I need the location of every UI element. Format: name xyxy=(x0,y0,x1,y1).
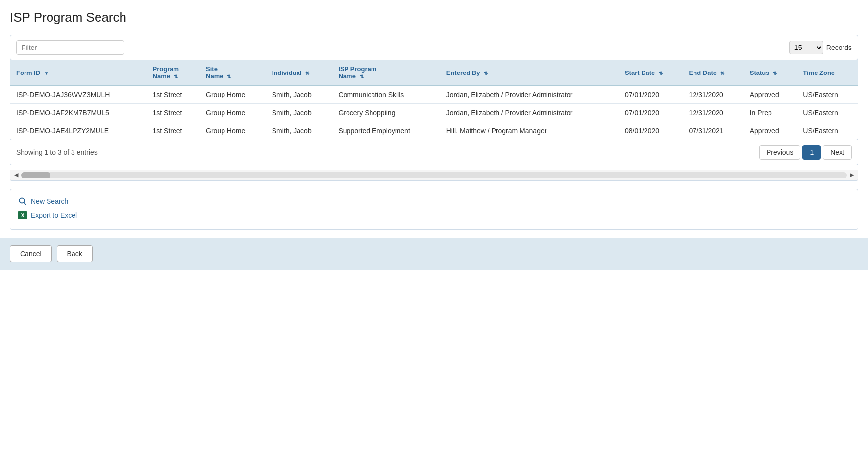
col-start-date[interactable]: Start Date ⇅ xyxy=(619,60,683,85)
table-cell-entered_by: Jordan, Elizabeth / Provider Administrat… xyxy=(441,85,619,104)
footer-bar: Cancel Back xyxy=(0,238,868,270)
sort-icon-individual: ⇅ xyxy=(305,71,309,76)
col-end-date[interactable]: End Date ⇅ xyxy=(683,60,744,85)
records-label: Records xyxy=(826,44,852,51)
export-excel-link[interactable]: X Export to Excel xyxy=(18,211,850,219)
scroll-left-arrow[interactable]: ◀ xyxy=(14,172,18,178)
table-cell-time_zone: US/Eastern xyxy=(797,104,858,122)
table-cell-individual: Smith, Jacob xyxy=(266,122,333,140)
table-cell-individual: Smith, Jacob xyxy=(266,85,333,104)
table-cell-form_id: ISP-DEMO-JAE4LPZY2MULE xyxy=(10,122,147,140)
table-cell-form_id: ISP-DEMO-JAF2KM7B7MUL5 xyxy=(10,104,147,122)
sort-icon-site-name: ⇅ xyxy=(227,74,231,79)
table-cell-program_name: 1st Street xyxy=(147,104,200,122)
cancel-button[interactable]: Cancel xyxy=(10,245,52,262)
col-form-id[interactable]: Form ID ▼ xyxy=(10,60,147,85)
table-cell-status: In Prep xyxy=(744,104,797,122)
new-search-link[interactable]: New Search xyxy=(18,197,850,206)
scroll-thumb[interactable] xyxy=(21,172,50,178)
table-cell-status: Approved xyxy=(744,122,797,140)
search-icon xyxy=(18,197,27,206)
table-cell-entered_by: Hill, Matthew / Program Manager xyxy=(441,122,619,140)
col-status[interactable]: Status ⇅ xyxy=(744,60,797,85)
table-cell-end_date: 12/31/2020 xyxy=(683,104,744,122)
page-1-button[interactable]: 1 xyxy=(802,145,821,160)
table-header-row: Form ID ▼ ProgramName ⇅ SiteName ⇅ Indiv… xyxy=(10,60,858,85)
page-title: ISP Program Search xyxy=(10,10,858,25)
col-program-name[interactable]: ProgramName ⇅ xyxy=(147,60,200,85)
table-row[interactable]: ISP-DEMO-JAF2KM7B7MUL51st StreetGroup Ho… xyxy=(10,104,858,122)
table-cell-end_date: 12/31/2020 xyxy=(683,85,744,104)
table-cell-site_name: Group Home xyxy=(200,104,266,122)
table-cell-start_date: 07/01/2020 xyxy=(619,85,683,104)
sort-icon-isp-program-name: ⇅ xyxy=(360,74,364,79)
table-row[interactable]: ISP-DEMO-JAE4LPZY2MULE1st StreetGroup Ho… xyxy=(10,122,858,140)
col-entered-by[interactable]: Entered By ⇅ xyxy=(441,60,619,85)
back-button[interactable]: Back xyxy=(57,245,93,262)
scroll-right-arrow[interactable]: ▶ xyxy=(850,172,854,178)
svg-line-1 xyxy=(24,203,26,205)
table-cell-isp_program_name: Communication Skills xyxy=(332,85,440,104)
table-cell-start_date: 07/01/2020 xyxy=(619,104,683,122)
table-cell-entered_by: Jordan, Elizabeth / Provider Administrat… xyxy=(441,104,619,122)
col-isp-program-name[interactable]: ISP ProgramName ⇅ xyxy=(332,60,440,85)
table-cell-isp_program_name: Supported Employment xyxy=(332,122,440,140)
table-cell-end_date: 07/31/2021 xyxy=(683,122,744,140)
previous-button[interactable]: Previous xyxy=(759,145,800,160)
table-row[interactable]: ISP-DEMO-JAJ36WVZ3MULH1st StreetGroup Ho… xyxy=(10,85,858,104)
sort-icon-start-date: ⇅ xyxy=(659,71,663,76)
table-cell-form_id: ISP-DEMO-JAJ36WVZ3MULH xyxy=(10,85,147,104)
records-control: 15 25 50 100 Records xyxy=(789,41,852,54)
results-table: Form ID ▼ ProgramName ⇅ SiteName ⇅ Indiv… xyxy=(10,60,858,140)
next-button[interactable]: Next xyxy=(823,145,852,160)
sort-icon-form-id: ▼ xyxy=(44,71,49,76)
col-time-zone: Time Zone xyxy=(797,60,858,85)
col-individual[interactable]: Individual ⇅ xyxy=(266,60,333,85)
filter-input[interactable] xyxy=(16,40,124,55)
sort-icon-status: ⇅ xyxy=(773,71,777,76)
table-cell-program_name: 1st Street xyxy=(147,122,200,140)
horizontal-scrollbar: ◀ ▶ xyxy=(10,170,858,181)
new-search-label: New Search xyxy=(31,197,68,205)
actions-section: New Search X Export to Excel xyxy=(10,189,858,230)
top-bar: 15 25 50 100 Records xyxy=(10,35,858,60)
col-site-name[interactable]: SiteName ⇅ xyxy=(200,60,266,85)
scroll-track[interactable] xyxy=(21,172,847,178)
table-cell-site_name: Group Home xyxy=(200,85,266,104)
showing-text: Showing 1 to 3 of 3 entries xyxy=(16,148,98,156)
sort-icon-end-date: ⇅ xyxy=(720,71,724,76)
table-cell-status: Approved xyxy=(744,85,797,104)
records-per-page-select[interactable]: 15 25 50 100 xyxy=(789,41,823,54)
table-cell-time_zone: US/Eastern xyxy=(797,85,858,104)
sort-icon-entered-by: ⇅ xyxy=(484,71,488,76)
table-cell-isp_program_name: Grocery Shoppiing xyxy=(332,104,440,122)
table-cell-time_zone: US/Eastern xyxy=(797,122,858,140)
table-cell-program_name: 1st Street xyxy=(147,85,200,104)
pagination-buttons: Previous 1 Next xyxy=(759,145,852,160)
export-excel-label: Export to Excel xyxy=(31,211,77,219)
pagination-bar: Showing 1 to 3 of 3 entries Previous 1 N… xyxy=(10,140,858,165)
sort-icon-program-name: ⇅ xyxy=(174,74,178,79)
table-cell-individual: Smith, Jacob xyxy=(266,104,333,122)
excel-icon: X xyxy=(18,211,27,219)
results-table-container: Form ID ▼ ProgramName ⇅ SiteName ⇅ Indiv… xyxy=(10,60,858,140)
table-cell-site_name: Group Home xyxy=(200,122,266,140)
table-cell-start_date: 08/01/2020 xyxy=(619,122,683,140)
